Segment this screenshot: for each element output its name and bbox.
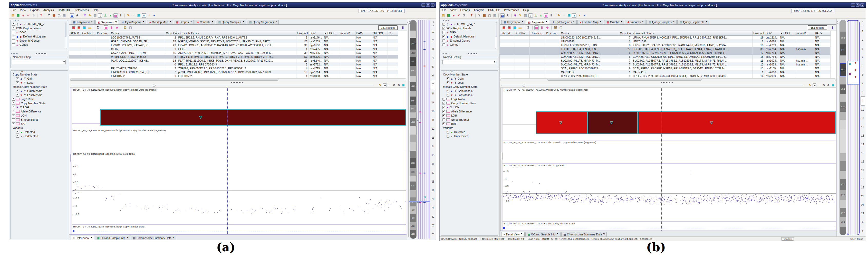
menu-help[interactable]: Help <box>93 8 98 11</box>
ideogram-band[interactable] <box>840 153 846 161</box>
tab-menu-arrow-icon[interactable]: ◥ <box>603 233 604 235</box>
chromosome-item-4[interactable]: 4 <box>431 54 435 62</box>
data-type-detected[interactable]: ●Detected <box>12 130 67 134</box>
checkbox[interactable] <box>446 90 450 92</box>
ideogram-band-q36-3[interactable]: q36.3 <box>410 230 416 238</box>
checkbox[interactable] <box>16 81 19 84</box>
checkbox[interactable] <box>442 44 445 46</box>
files-scrollbar[interactable] <box>65 22 67 49</box>
chromosome-item-5[interactable]: 5 <box>431 62 435 71</box>
column-header-xon-re[interactable]: XON Re... <box>515 31 529 35</box>
checkbox[interactable] <box>12 44 15 46</box>
checkbox[interactable] <box>442 122 445 125</box>
table-row[interactable]: SCAI, PPP6C, LOC105376271...9SCAI, PPP6C… <box>500 66 830 70</box>
histogram-filter-icon[interactable]: ▦ <box>534 25 539 30</box>
column-header-ensembl-genes[interactable]: • Ensembl Genes <box>177 31 296 35</box>
chromosome-item-x[interactable]: X <box>861 218 865 227</box>
tab-query-samples[interactable]: ▤Query Samples◥ <box>646 20 677 24</box>
tab-menu-arrow-icon[interactable]: ◥ <box>143 21 144 23</box>
ideogram-band[interactable] <box>410 135 416 142</box>
data-type-gain[interactable]: ▲YGain <box>442 77 497 81</box>
text-tool-icon[interactable]: T <box>39 13 43 18</box>
data-type-loh[interactable]: ✖YLOH <box>442 105 497 109</box>
maximize-button[interactable]: □ <box>856 3 860 7</box>
table-row[interactable]: 0RP11-317N12.1, RP1-273G13.32esv2752...N… <box>69 62 398 66</box>
tab-menu-arrow-icon[interactable]: ◥ <box>546 21 547 23</box>
data-type-gainmosaic[interactable]: ▲YGainMosaic <box>12 89 67 93</box>
curve-icon[interactable]: ◗ <box>147 13 151 18</box>
minus-icon[interactable]: − <box>388 83 392 87</box>
segment-marker-icon[interactable]: ▽ <box>710 120 713 124</box>
chromosome-item-21[interactable]: 21 <box>861 201 865 209</box>
chart-vscrollbar[interactable] <box>500 88 502 231</box>
chromosome-item-17[interactable]: 17 <box>431 168 435 177</box>
zoom-out-icon[interactable]: ⊖ <box>392 83 396 87</box>
layout-icon[interactable]: ▣ <box>493 13 497 18</box>
ideogram-band[interactable] <box>410 190 416 198</box>
column-header-bacs[interactable]: BACs <box>355 31 372 35</box>
tab-menu-arrow-icon[interactable]: ◥ <box>169 21 171 23</box>
karyotype-icon[interactable]: ▦ <box>16 13 20 18</box>
column-header-fish[interactable]: ▲ FISH ... <box>779 31 795 35</box>
ideogram-band[interactable] <box>410 142 416 151</box>
grid-icon[interactable]: ▦ <box>82 25 87 30</box>
ideogram-band[interactable] <box>840 94 846 102</box>
column-header-filtered[interactable]: Filtered ... <box>500 31 515 35</box>
chart-area[interactable]: HTCMT_94_79_K1N231084_n160808.rhchp: Cop… <box>500 88 836 231</box>
sum-icon[interactable]: Σ <box>96 25 100 30</box>
cursor-tool-icon[interactable]: ↕ <box>528 13 533 18</box>
checkbox[interactable] <box>16 90 19 92</box>
export-sheet-icon[interactable]: ▬ <box>88 25 92 30</box>
table-row[interactable]: CDKN2B-AS1, DMRTA1, LINC...6CDKN2B-AS1, … <box>500 55 830 59</box>
table-row[interactable]: LINC015921LINC015921nsv1068...N/AN/AN/A <box>69 74 398 78</box>
data-type-undetected[interactable]: ▪Undetected <box>12 134 67 138</box>
data-type-lossmosaic[interactable]: ▼YLossMosaic <box>12 93 67 97</box>
chromosome-item-y[interactable]: Y <box>861 226 865 235</box>
chromosome-item-2[interactable]: 2 <box>861 36 865 45</box>
chromosome-item-13[interactable]: 13 <box>431 133 435 142</box>
file-item-dgv[interactable]: ✓DGV <box>12 30 67 34</box>
data-type-smoothsignal[interactable]: SmoothSignal <box>12 118 67 122</box>
tab-overlap-map[interactable]: ●Overlap Map◥ <box>578 20 603 24</box>
column-header-c[interactable]: C... <box>388 31 398 35</box>
tracks-view-icon[interactable]: ▥ <box>544 13 548 18</box>
ideogram-band-p14-3[interactable]: p14.3 <box>410 82 416 91</box>
checkbox[interactable] <box>446 135 450 138</box>
tab-menu-arrow-icon[interactable]: ◥ <box>642 21 643 23</box>
table-chart-splitter[interactable] <box>500 81 836 83</box>
data-type-allele-difference[interactable]: Allele Difference <box>442 109 497 113</box>
sidebar-splitter[interactable] <box>441 52 498 55</box>
check-filter-icon[interactable]: ☑ <box>123 25 127 30</box>
column-header-confiden[interactable]: Confiden... <box>529 31 545 35</box>
help-icon[interactable]: ● <box>152 13 156 18</box>
table-row[interactable]: MTRNR2L6, PRSS1, PRSS23TRBV4-1, TRBV5-1,… <box>69 55 398 59</box>
tab-graphs[interactable]: ▦Graphs◥ <box>604 20 624 24</box>
column-header-ensembl[interactable]: Ensembl... <box>752 31 765 35</box>
close-button[interactable]: × <box>431 3 435 7</box>
chromosome-item-18[interactable]: 18 <box>861 175 865 183</box>
minimize-button[interactable]: — <box>851 3 855 7</box>
zoom-region-icon[interactable]: ● <box>142 13 146 18</box>
checkbox[interactable] <box>442 39 445 42</box>
ideogram-band-p21-3[interactable]: p21.3 <box>410 38 416 50</box>
sum-icon[interactable]: Σ <box>526 25 530 30</box>
sidebar-splitter[interactable] <box>10 52 68 55</box>
chart-vscrollbar[interactable] <box>70 88 72 234</box>
data-type-gain[interactable]: ▲YGain <box>12 77 67 81</box>
title-bar[interactable]: appliedbiosystems Chromosome Analysis Su… <box>440 2 866 8</box>
tab-menu-arrow-icon[interactable]: ◥ <box>90 236 92 238</box>
table-row[interactable]: CFTR1CFTR1nsv7405...N/AN/AN/A <box>69 47 398 51</box>
column-header-precisio[interactable]: Precisio... <box>96 31 110 35</box>
file-item-default-histogram[interactable]: ▮▮Default Histogram <box>12 34 67 38</box>
table-row[interactable]: EIF3H, LOC105375713, UTP2...8EIF3H, UTP2… <box>500 43 830 47</box>
tab-variants[interactable]: ✚Variants◥ <box>194 20 215 24</box>
ideogram-band-q34-1[interactable]: q34.1 <box>840 217 846 227</box>
column-header-dgv[interactable]: DGV <box>309 31 323 35</box>
zoom-in-icon[interactable]: ⊕ <box>397 83 401 87</box>
ideogram-band-p21-2[interactable]: p21.2 <box>410 50 416 57</box>
table-chart-splitter[interactable] <box>69 81 407 83</box>
mosaic-track[interactable]: HTCMT_94_79_K1N231084_n160808.rhchp: Mos… <box>502 140 836 164</box>
ideogram-band[interactable] <box>410 112 416 118</box>
layout-icon[interactable]: ▣ <box>62 13 66 18</box>
pencil-tool-icon[interactable]: ✎ <box>518 13 523 18</box>
